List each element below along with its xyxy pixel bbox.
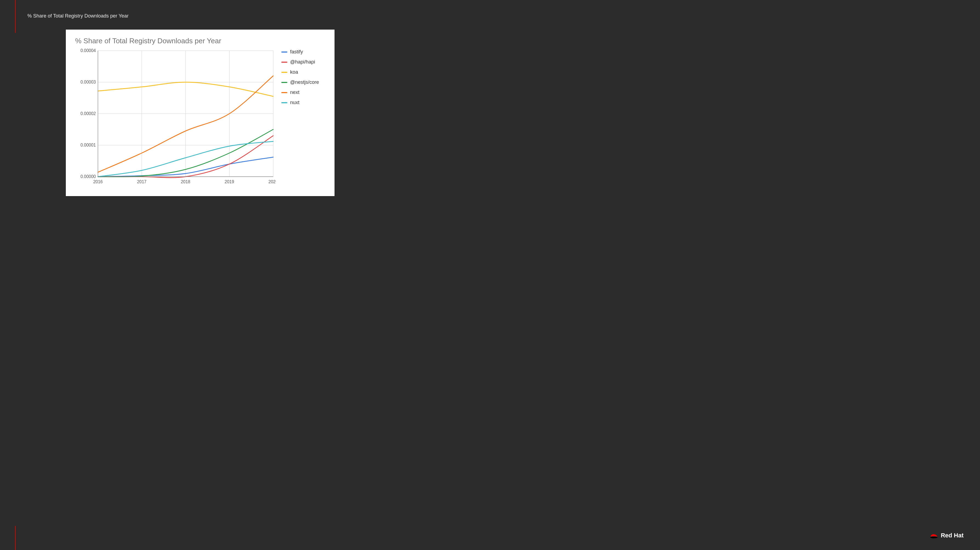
legend-item: fastify bbox=[282, 49, 328, 55]
y-tick-label: 0.00003 bbox=[80, 80, 96, 84]
chart-card: % Share of Total Registry Downloads per … bbox=[66, 30, 334, 196]
legend-swatch bbox=[282, 82, 287, 83]
legend-label: nuxt bbox=[290, 100, 299, 105]
x-tick-label: 2016 bbox=[93, 179, 103, 184]
legend-swatch bbox=[282, 62, 287, 63]
accent-bar-top bbox=[15, 0, 16, 33]
chart-title: % Share of Total Registry Downloads per … bbox=[75, 37, 328, 45]
chart-plot: 0.000000.000010.000020.000030.0000420162… bbox=[74, 48, 276, 188]
x-tick-label: 2017 bbox=[137, 179, 146, 184]
legend-label: @hapi/hapi bbox=[290, 59, 315, 65]
legend-label: @nestjs/core bbox=[290, 79, 319, 85]
legend-item: next bbox=[282, 90, 328, 95]
x-tick-label: 2018 bbox=[181, 179, 191, 184]
slide-root: % Share of Total Registry Downloads per … bbox=[0, 0, 980, 550]
redhat-icon bbox=[929, 532, 939, 539]
legend-item: @hapi/hapi bbox=[282, 59, 328, 65]
accent-bar-bottom bbox=[15, 526, 16, 550]
chart-legend: fastify@hapi/hapikoa@nestjs/corenextnuxt bbox=[276, 48, 328, 188]
y-tick-label: 0.00004 bbox=[80, 48, 96, 53]
legend-swatch bbox=[282, 72, 287, 73]
y-tick-label: 0.00001 bbox=[80, 143, 96, 147]
legend-label: next bbox=[290, 90, 299, 95]
y-tick-label: 0.00002 bbox=[80, 111, 96, 116]
legend-label: fastify bbox=[290, 49, 303, 55]
x-tick-label: 2020 bbox=[269, 179, 276, 184]
legend-swatch bbox=[282, 102, 287, 103]
legend-swatch bbox=[282, 51, 287, 52]
chart-body: 0.000000.000010.000020.000030.0000420162… bbox=[74, 48, 328, 188]
legend-item: nuxt bbox=[282, 100, 328, 105]
legend-item: koa bbox=[282, 69, 328, 75]
page-title: % Share of Total Registry Downloads per … bbox=[27, 13, 129, 19]
brand-text: Red Hat bbox=[941, 532, 964, 539]
y-tick-label: 0.00000 bbox=[80, 174, 96, 179]
legend-item: @nestjs/core bbox=[282, 79, 328, 85]
legend-swatch bbox=[282, 92, 287, 93]
x-tick-label: 2019 bbox=[224, 179, 234, 184]
brand-logo: Red Hat bbox=[929, 532, 964, 539]
legend-label: koa bbox=[290, 69, 298, 75]
